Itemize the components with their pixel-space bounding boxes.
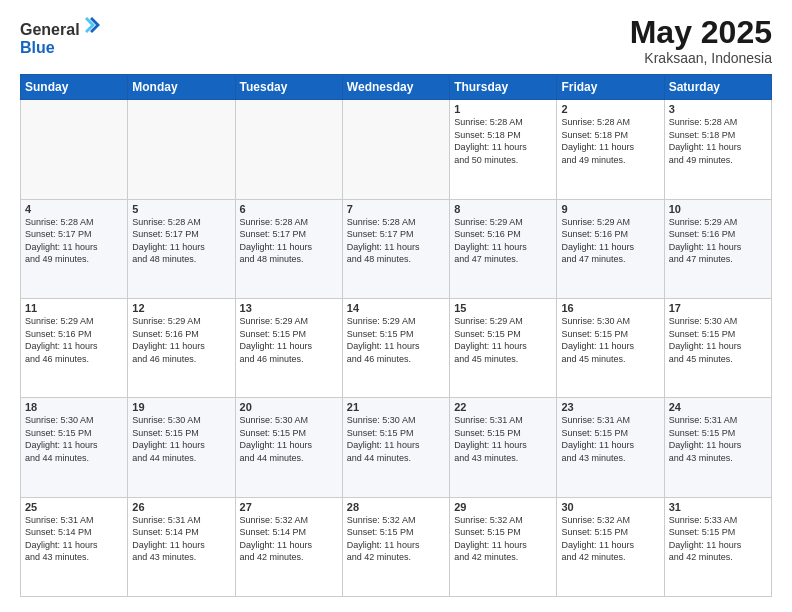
day-number: 17 (669, 302, 767, 314)
day-info: Sunrise: 5:31 AM Sunset: 5:14 PM Dayligh… (25, 514, 123, 564)
logo: General Blue (20, 15, 102, 57)
day-number: 13 (240, 302, 338, 314)
page: General Blue May 2025 Kraksaan, Indonesi… (0, 0, 792, 612)
day-info: Sunrise: 5:31 AM Sunset: 5:15 PM Dayligh… (561, 414, 659, 464)
day-number: 23 (561, 401, 659, 413)
day-number: 9 (561, 203, 659, 215)
calendar-cell: 1Sunrise: 5:28 AM Sunset: 5:18 PM Daylig… (450, 100, 557, 199)
day-info: Sunrise: 5:29 AM Sunset: 5:15 PM Dayligh… (347, 315, 445, 365)
day-number: 4 (25, 203, 123, 215)
day-number: 26 (132, 501, 230, 513)
day-info: Sunrise: 5:30 AM Sunset: 5:15 PM Dayligh… (669, 315, 767, 365)
col-saturday: Saturday (664, 75, 771, 100)
calendar-cell (21, 100, 128, 199)
day-number: 7 (347, 203, 445, 215)
calendar-cell: 26Sunrise: 5:31 AM Sunset: 5:14 PM Dayli… (128, 497, 235, 596)
day-number: 1 (454, 103, 552, 115)
day-number: 16 (561, 302, 659, 314)
calendar-cell: 22Sunrise: 5:31 AM Sunset: 5:15 PM Dayli… (450, 398, 557, 497)
col-monday: Monday (128, 75, 235, 100)
calendar-cell: 2Sunrise: 5:28 AM Sunset: 5:18 PM Daylig… (557, 100, 664, 199)
calendar-cell: 5Sunrise: 5:28 AM Sunset: 5:17 PM Daylig… (128, 199, 235, 298)
calendar-cell: 16Sunrise: 5:30 AM Sunset: 5:15 PM Dayli… (557, 298, 664, 397)
day-info: Sunrise: 5:32 AM Sunset: 5:15 PM Dayligh… (561, 514, 659, 564)
calendar-cell (128, 100, 235, 199)
logo-icon (82, 15, 102, 35)
calendar-cell: 27Sunrise: 5:32 AM Sunset: 5:14 PM Dayli… (235, 497, 342, 596)
day-number: 31 (669, 501, 767, 513)
calendar-cell: 6Sunrise: 5:28 AM Sunset: 5:17 PM Daylig… (235, 199, 342, 298)
day-info: Sunrise: 5:31 AM Sunset: 5:15 PM Dayligh… (669, 414, 767, 464)
day-info: Sunrise: 5:29 AM Sunset: 5:16 PM Dayligh… (454, 216, 552, 266)
day-info: Sunrise: 5:32 AM Sunset: 5:15 PM Dayligh… (347, 514, 445, 564)
location: Kraksaan, Indonesia (630, 50, 772, 66)
day-info: Sunrise: 5:29 AM Sunset: 5:16 PM Dayligh… (669, 216, 767, 266)
calendar-cell: 14Sunrise: 5:29 AM Sunset: 5:15 PM Dayli… (342, 298, 449, 397)
day-info: Sunrise: 5:28 AM Sunset: 5:18 PM Dayligh… (454, 116, 552, 166)
day-info: Sunrise: 5:28 AM Sunset: 5:18 PM Dayligh… (561, 116, 659, 166)
day-info: Sunrise: 5:32 AM Sunset: 5:14 PM Dayligh… (240, 514, 338, 564)
day-info: Sunrise: 5:28 AM Sunset: 5:18 PM Dayligh… (669, 116, 767, 166)
day-info: Sunrise: 5:30 AM Sunset: 5:15 PM Dayligh… (347, 414, 445, 464)
calendar-week-row: 11Sunrise: 5:29 AM Sunset: 5:16 PM Dayli… (21, 298, 772, 397)
day-info: Sunrise: 5:28 AM Sunset: 5:17 PM Dayligh… (347, 216, 445, 266)
day-info: Sunrise: 5:29 AM Sunset: 5:15 PM Dayligh… (454, 315, 552, 365)
day-number: 20 (240, 401, 338, 413)
calendar-cell: 12Sunrise: 5:29 AM Sunset: 5:16 PM Dayli… (128, 298, 235, 397)
day-info: Sunrise: 5:30 AM Sunset: 5:15 PM Dayligh… (132, 414, 230, 464)
calendar-cell: 15Sunrise: 5:29 AM Sunset: 5:15 PM Dayli… (450, 298, 557, 397)
day-info: Sunrise: 5:29 AM Sunset: 5:16 PM Dayligh… (561, 216, 659, 266)
logo-blue-text: Blue (20, 39, 55, 56)
day-number: 6 (240, 203, 338, 215)
day-number: 28 (347, 501, 445, 513)
day-number: 3 (669, 103, 767, 115)
day-number: 18 (25, 401, 123, 413)
calendar-cell: 23Sunrise: 5:31 AM Sunset: 5:15 PM Dayli… (557, 398, 664, 497)
day-number: 30 (561, 501, 659, 513)
calendar-cell: 11Sunrise: 5:29 AM Sunset: 5:16 PM Dayli… (21, 298, 128, 397)
day-info: Sunrise: 5:31 AM Sunset: 5:14 PM Dayligh… (132, 514, 230, 564)
calendar-cell: 24Sunrise: 5:31 AM Sunset: 5:15 PM Dayli… (664, 398, 771, 497)
calendar-cell: 3Sunrise: 5:28 AM Sunset: 5:18 PM Daylig… (664, 100, 771, 199)
calendar-week-row: 25Sunrise: 5:31 AM Sunset: 5:14 PM Dayli… (21, 497, 772, 596)
calendar-week-row: 4Sunrise: 5:28 AM Sunset: 5:17 PM Daylig… (21, 199, 772, 298)
calendar-header-row: Sunday Monday Tuesday Wednesday Thursday… (21, 75, 772, 100)
day-info: Sunrise: 5:28 AM Sunset: 5:17 PM Dayligh… (132, 216, 230, 266)
col-wednesday: Wednesday (342, 75, 449, 100)
calendar-cell: 13Sunrise: 5:29 AM Sunset: 5:15 PM Dayli… (235, 298, 342, 397)
day-info: Sunrise: 5:30 AM Sunset: 5:15 PM Dayligh… (25, 414, 123, 464)
col-thursday: Thursday (450, 75, 557, 100)
calendar-cell: 20Sunrise: 5:30 AM Sunset: 5:15 PM Dayli… (235, 398, 342, 497)
header: General Blue May 2025 Kraksaan, Indonesi… (20, 15, 772, 66)
day-number: 22 (454, 401, 552, 413)
calendar-cell: 8Sunrise: 5:29 AM Sunset: 5:16 PM Daylig… (450, 199, 557, 298)
day-number: 25 (25, 501, 123, 513)
col-sunday: Sunday (21, 75, 128, 100)
day-number: 8 (454, 203, 552, 215)
day-info: Sunrise: 5:29 AM Sunset: 5:16 PM Dayligh… (25, 315, 123, 365)
day-number: 5 (132, 203, 230, 215)
calendar-cell: 31Sunrise: 5:33 AM Sunset: 5:15 PM Dayli… (664, 497, 771, 596)
day-number: 15 (454, 302, 552, 314)
calendar-cell: 21Sunrise: 5:30 AM Sunset: 5:15 PM Dayli… (342, 398, 449, 497)
calendar-cell (342, 100, 449, 199)
calendar-cell: 10Sunrise: 5:29 AM Sunset: 5:16 PM Dayli… (664, 199, 771, 298)
calendar-cell (235, 100, 342, 199)
day-number: 29 (454, 501, 552, 513)
day-info: Sunrise: 5:30 AM Sunset: 5:15 PM Dayligh… (240, 414, 338, 464)
calendar-cell: 30Sunrise: 5:32 AM Sunset: 5:15 PM Dayli… (557, 497, 664, 596)
day-number: 11 (25, 302, 123, 314)
calendar-cell: 7Sunrise: 5:28 AM Sunset: 5:17 PM Daylig… (342, 199, 449, 298)
day-number: 12 (132, 302, 230, 314)
day-number: 19 (132, 401, 230, 413)
day-number: 10 (669, 203, 767, 215)
day-number: 2 (561, 103, 659, 115)
calendar: Sunday Monday Tuesday Wednesday Thursday… (20, 74, 772, 597)
calendar-cell: 9Sunrise: 5:29 AM Sunset: 5:16 PM Daylig… (557, 199, 664, 298)
calendar-cell: 4Sunrise: 5:28 AM Sunset: 5:17 PM Daylig… (21, 199, 128, 298)
day-info: Sunrise: 5:28 AM Sunset: 5:17 PM Dayligh… (240, 216, 338, 266)
day-info: Sunrise: 5:33 AM Sunset: 5:15 PM Dayligh… (669, 514, 767, 564)
calendar-week-row: 1Sunrise: 5:28 AM Sunset: 5:18 PM Daylig… (21, 100, 772, 199)
logo-general-text: General (20, 21, 80, 38)
day-info: Sunrise: 5:31 AM Sunset: 5:15 PM Dayligh… (454, 414, 552, 464)
